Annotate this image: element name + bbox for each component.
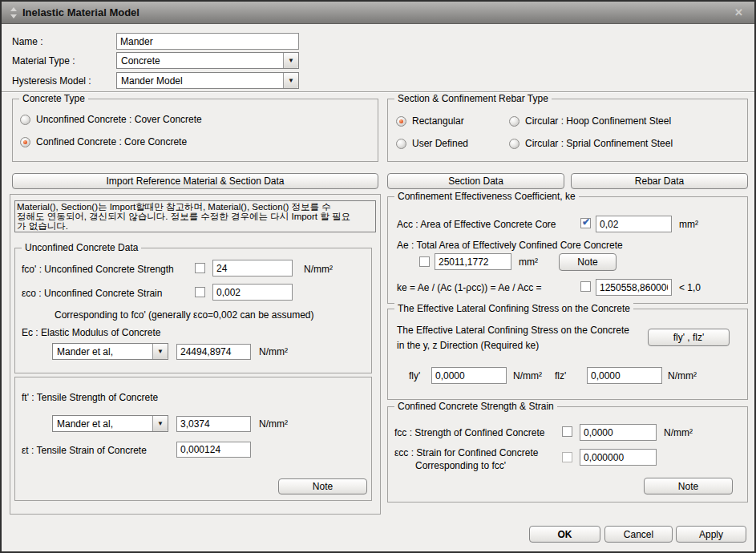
radio-rectangular[interactable]: Rectangular bbox=[396, 115, 464, 127]
name-input[interactable] bbox=[116, 33, 299, 50]
ke-input[interactable] bbox=[596, 279, 672, 296]
material-type-select[interactable]: Concrete ▼ bbox=[116, 52, 299, 69]
rebar-type-title: Section & Confinement Rebar Type bbox=[394, 93, 552, 104]
radio-circular-spiral[interactable]: Circular : Sprial Confinement Steel bbox=[509, 138, 673, 149]
radio-user-defined[interactable]: User Defined bbox=[396, 138, 468, 149]
lateral-stress-title: The Effective Lateral Confining Stress o… bbox=[394, 303, 633, 314]
ec-method-select[interactable]: Mander et al, ▼ bbox=[52, 343, 168, 360]
ke-formula-label: ke = Ae / (Ac (1-ρcc)) = Ae / Acc = bbox=[397, 282, 542, 293]
acc-label: Acc : Area of Effective Concrete Core bbox=[397, 219, 556, 230]
radio-unconfined-concrete[interactable]: Unconfined Concrete : Cover Concrete bbox=[20, 114, 202, 125]
chevron-down-icon[interactable]: ▼ bbox=[283, 73, 298, 88]
fly-flz-button[interactable]: fly' , flz' bbox=[648, 329, 730, 346]
ec-value-input[interactable] bbox=[176, 344, 251, 360]
fco-checkbox[interactable] bbox=[195, 263, 205, 273]
apply-button[interactable]: Apply bbox=[676, 526, 746, 543]
radio-confined-concrete[interactable]: Confined Concrete : Core Concrete bbox=[20, 136, 187, 147]
info-line-3: 가 없습니다. bbox=[17, 221, 374, 231]
section-data-button[interactable]: Section Data bbox=[387, 173, 564, 189]
window-icon bbox=[10, 7, 18, 18]
acc-unit: mm² bbox=[679, 219, 698, 230]
import-reference-button[interactable]: Import Reference Material & Section Data bbox=[12, 173, 378, 189]
concrete-type-title: Concrete Type bbox=[19, 93, 88, 104]
cancel-button[interactable]: Cancel bbox=[604, 526, 673, 543]
radio-icon bbox=[396, 116, 406, 127]
ft-unit: N/mm² bbox=[259, 418, 288, 430]
material-type-label: Material Type : bbox=[12, 55, 75, 67]
ok-button[interactable]: OK bbox=[529, 526, 600, 543]
fcc-unit: N/mm² bbox=[664, 427, 693, 438]
hysteresis-model-label: Hysteresis Model : bbox=[12, 75, 91, 87]
rebar-data-button[interactable]: Rebar Data bbox=[571, 173, 748, 189]
close-icon[interactable]: ✕ bbox=[734, 6, 743, 18]
ke-checkbox[interactable] bbox=[580, 281, 591, 292]
radio-label: Unconfined Concrete : Cover Concrete bbox=[36, 114, 202, 125]
fly-input[interactable] bbox=[431, 367, 507, 384]
fcc-label: fcc : Strength of Confined Concrete bbox=[394, 427, 544, 438]
radio-label: Confined Concrete : Core Concrete bbox=[36, 136, 187, 147]
radio-icon bbox=[509, 116, 519, 127]
fco-label: fco' : Unconfined Concrete Strength bbox=[22, 264, 174, 275]
et-label: εt : Tensile Strain of Concrete bbox=[22, 445, 147, 456]
concrete-type-group: Concrete Type Unconfined Concrete : Cove… bbox=[12, 99, 378, 162]
radio-icon bbox=[20, 115, 30, 125]
unconfined-data-title: Unconfined Concrete Data bbox=[22, 242, 141, 253]
ke-group-title: Confinement Effectiveness Coefficient, k… bbox=[394, 191, 579, 202]
radio-label: Rectangular bbox=[412, 115, 464, 127]
flz-label: flz' bbox=[555, 370, 566, 381]
radio-label: Circular : Hoop Confinement Steel bbox=[525, 115, 671, 127]
flz-input[interactable] bbox=[587, 367, 662, 384]
inelastic-material-model-dialog: Inelastic Material Model ✕ Name : Materi… bbox=[0, 0, 756, 553]
ecc-label-2: Corresponding to fcc' bbox=[415, 460, 506, 471]
separator bbox=[2, 91, 754, 93]
material-type-value: Concrete bbox=[121, 55, 160, 67]
chevron-down-icon[interactable]: ▼ bbox=[283, 53, 298, 68]
hysteresis-model-select[interactable]: Mander Model ▼ bbox=[116, 72, 299, 89]
fco-unit: N/mm² bbox=[304, 264, 333, 275]
lateral-desc-1: The Effective Lateral Confining Stress o… bbox=[397, 325, 629, 336]
note-button-tensile[interactable]: Note bbox=[278, 478, 367, 494]
note-button-confined[interactable]: Note bbox=[644, 478, 733, 494]
note-button-ke[interactable]: Note bbox=[559, 253, 617, 271]
radio-label: User Defined bbox=[412, 138, 468, 149]
ec-unit: N/mm² bbox=[259, 346, 288, 357]
ft-method-select[interactable]: Mander et al, ▼ bbox=[52, 415, 168, 432]
ft-label: ft' : Tensile Strength of Concrete bbox=[22, 392, 158, 403]
radio-circular-hoop[interactable]: Circular : Hoop Confinement Steel bbox=[509, 115, 671, 127]
radio-icon bbox=[396, 139, 406, 149]
fco-input[interactable] bbox=[212, 260, 293, 276]
ae-unit: mm² bbox=[519, 256, 538, 268]
chevron-down-icon[interactable]: ▼ bbox=[152, 344, 168, 359]
fly-label: fly' bbox=[409, 370, 420, 381]
et-input[interactable] bbox=[176, 442, 251, 458]
eco-note: Corresponding to fco' (generally εco=0,0… bbox=[55, 309, 314, 321]
radio-icon bbox=[509, 139, 519, 149]
fly-unit: N/mm² bbox=[513, 370, 542, 381]
ecc-input[interactable] bbox=[580, 449, 657, 466]
info-line-2: 정해도 연동되어, 갱신되지 않습니다. 정보를 수정한 경우에는 다시 Imp… bbox=[17, 212, 374, 221]
lateral-desc-2: in the y, z Direction (Required ke) bbox=[397, 340, 539, 351]
dialog-title: Inelastic Material Model bbox=[22, 6, 139, 18]
ae-input[interactable] bbox=[435, 253, 511, 270]
confined-group-title: Confined Concrete Strength & Strain bbox=[394, 401, 557, 412]
ae-checkbox[interactable] bbox=[419, 256, 430, 267]
flz-unit: N/mm² bbox=[668, 370, 697, 381]
radio-label: Circular : Sprial Confinement Steel bbox=[525, 138, 673, 149]
ke-limit: < 1,0 bbox=[679, 282, 701, 293]
ft-value-input[interactable] bbox=[176, 416, 251, 432]
title-bar[interactable]: Inelastic Material Model ✕ bbox=[2, 2, 754, 24]
eco-checkbox[interactable] bbox=[195, 287, 205, 297]
chevron-down-icon[interactable]: ▼ bbox=[152, 416, 168, 431]
fcc-input[interactable] bbox=[580, 424, 657, 441]
ae-label: Ae : Total Area of Effectively Confined … bbox=[397, 240, 623, 251]
acc-checkbox[interactable]: ✔ bbox=[580, 218, 591, 228]
check-icon: ✔ bbox=[582, 216, 590, 228]
name-label: Name : bbox=[12, 36, 43, 47]
acc-input[interactable] bbox=[596, 216, 672, 232]
eco-label: εco : Unconfined Concrete Strain bbox=[22, 288, 162, 299]
hysteresis-model-value: Mander Model bbox=[121, 75, 183, 87]
eco-input[interactable] bbox=[212, 284, 293, 301]
fcc-checkbox[interactable] bbox=[562, 426, 572, 437]
ecc-checkbox[interactable] bbox=[562, 452, 572, 462]
info-line-1: Material(), Section()는 Import할때만 참고하며, M… bbox=[17, 202, 374, 212]
